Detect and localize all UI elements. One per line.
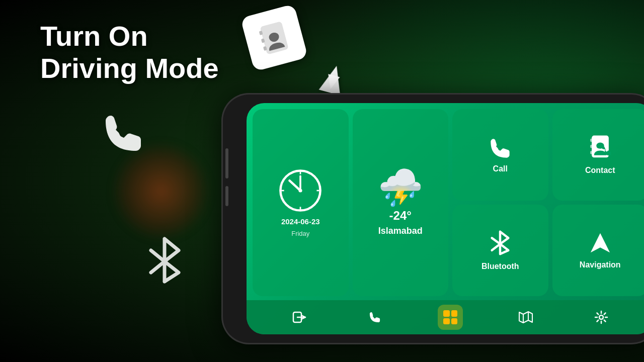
svg-rect-15: [590, 151, 593, 154]
clock-svg: [278, 168, 323, 213]
clock-day: Friday: [291, 230, 309, 237]
settings-button[interactable]: [589, 305, 614, 330]
tile-clock[interactable]: 2024-06-23 Friday: [253, 109, 349, 296]
weather-temp: -24°: [389, 209, 412, 223]
navigation-icon: [589, 231, 612, 256]
svg-marker-16: [591, 233, 610, 252]
contact-label: Contact: [585, 166, 615, 175]
side-button-1: [225, 148, 228, 178]
left-phone-icon: [101, 111, 146, 165]
weather-temp-value: -24°: [389, 209, 412, 222]
device-frame: 2024-06-23 Friday ⛈️ -24° Islamabad: [221, 93, 644, 344]
tile-bluetooth[interactable]: Bluetooth: [452, 205, 548, 296]
clock-date: 2024-06-23: [281, 217, 320, 226]
title-line2: Driving Mode: [40, 52, 219, 84]
exit-button[interactable]: [287, 305, 312, 330]
svg-rect-14: [590, 145, 593, 148]
phone-button[interactable]: [362, 305, 387, 330]
svg-point-21: [599, 315, 603, 319]
call-label: Call: [493, 164, 508, 173]
title-line1: Turn On: [40, 20, 219, 52]
contact-icon: [589, 135, 612, 162]
tile-call[interactable]: Call: [452, 109, 548, 201]
svg-line-5: [290, 180, 301, 191]
left-bluetooth-icon: [143, 236, 186, 295]
side-button-2: [225, 186, 228, 206]
map-button[interactable]: [513, 305, 538, 330]
tile-contact[interactable]: Contact: [552, 109, 645, 201]
device-screen: 2024-06-23 Friday ⛈️ -24° Islamabad: [247, 103, 644, 334]
svg-rect-13: [590, 139, 593, 142]
app-grid: 2024-06-23 Friday ⛈️ -24° Islamabad: [247, 103, 644, 300]
call-icon: [488, 136, 512, 160]
bottom-navigation-bar: [247, 300, 644, 334]
weather-city: Islamabad: [378, 226, 423, 236]
home-grid-button[interactable]: [438, 305, 463, 330]
bluetooth-icon: [489, 230, 512, 258]
tile-weather[interactable]: ⛈️ -24° Islamabad: [353, 109, 449, 296]
svg-point-7: [299, 189, 302, 192]
promo-title: Turn On Driving Mode: [40, 20, 219, 85]
tile-navigation[interactable]: Navigation: [552, 205, 645, 296]
navigation-label: Navigation: [580, 260, 621, 269]
weather-emoji: ⛈️: [378, 169, 423, 206]
grid-icon: [443, 310, 457, 324]
bluetooth-label: Bluetooth: [481, 262, 519, 271]
